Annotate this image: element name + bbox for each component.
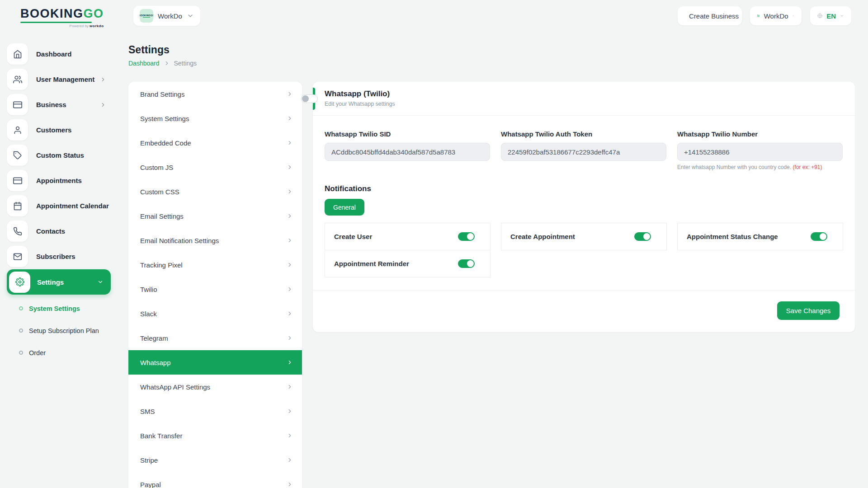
- sidebar-item-appointment-calendar[interactable]: Appointment Calendar: [7, 195, 111, 216]
- settings-nav-custom-css[interactable]: Custom CSS: [128, 179, 302, 204]
- field-label: Whatsapp Twilio SID: [325, 130, 490, 138]
- card-title: Whatsapp (Twilio): [325, 89, 390, 99]
- settings-nav-custom-js[interactable]: Custom JS: [128, 155, 302, 179]
- credit-card-icon: [7, 94, 28, 115]
- settings-nav-panel: Brand Settings System Settings Embedded …: [128, 82, 302, 488]
- chevron-right-icon: [287, 213, 293, 219]
- language-code: EN: [826, 12, 836, 20]
- toggle-row-create-user: Create User: [325, 223, 491, 250]
- appointment-status-change-toggle[interactable]: [811, 232, 827, 241]
- breadcrumb-current: Settings: [174, 60, 197, 67]
- mail-icon: [7, 246, 28, 267]
- twilio-sid-input[interactable]: [325, 143, 490, 161]
- chevron-right-icon: [287, 359, 293, 366]
- chevron-right-icon: [287, 188, 293, 195]
- chevron-right-icon: [287, 237, 293, 244]
- gear-icon: [9, 272, 30, 293]
- notifications-title: Notifications: [325, 184, 371, 193]
- sidebar-item-label: Customers: [36, 126, 71, 134]
- workdo-menu-label: WorkDo: [764, 12, 788, 20]
- settings-nav-whatsapp-api-settings[interactable]: WhatsApp API Settings: [128, 375, 302, 399]
- app-logo[interactable]: BOOKINGGO Powered by workdo: [20, 7, 104, 28]
- appointment-reminder-toggle[interactable]: [458, 259, 475, 268]
- chevron-down-icon: [793, 13, 794, 19]
- settings-nav-tracking-pixel[interactable]: Tracking Pixel: [128, 253, 302, 277]
- sidebar-item-user-management[interactable]: User Management: [7, 69, 111, 90]
- sidebar-item-subscribers[interactable]: Subscribers: [7, 246, 111, 267]
- sidebar-item-label: Settings: [37, 278, 64, 286]
- settings-nav-stripe[interactable]: Stripe: [128, 448, 302, 472]
- sidebar-item-customers[interactable]: Customers: [7, 119, 111, 141]
- twilio-number-input[interactable]: [677, 143, 843, 161]
- settings-nav-slack[interactable]: Slack: [128, 301, 302, 326]
- sidebar: Dashboard User Management Business Custo…: [0, 32, 118, 488]
- calendar-icon: [7, 195, 28, 216]
- chevron-down-icon: [187, 12, 194, 19]
- grid-add-icon: [757, 12, 760, 20]
- general-tab-button[interactable]: General: [325, 199, 364, 216]
- whatsapp-module-toggle[interactable]: [301, 94, 318, 103]
- create-user-toggle[interactable]: [458, 232, 475, 241]
- toggle-knob: [820, 233, 826, 240]
- submenu-item-order[interactable]: Order: [19, 346, 118, 359]
- sidebar-item-custom-status[interactable]: Custom Status: [7, 145, 111, 166]
- settings-nav-whatsapp[interactable]: Whatsapp: [128, 350, 302, 375]
- workdo-apps-menu[interactable]: WorkDo: [750, 6, 802, 25]
- settings-submenu: System Settings Setup Subscription Plan …: [0, 302, 118, 359]
- notification-toggles: Create User Create Appointment Appointme…: [325, 223, 843, 278]
- settings-nav-bank-transfer[interactable]: Bank Transfer: [128, 423, 302, 448]
- settings-nav-brand-settings[interactable]: Brand Settings: [128, 82, 302, 106]
- sidebar-item-label: Custom Status: [36, 151, 84, 159]
- chevron-right-icon: [287, 457, 293, 463]
- workspace-selector[interactable]: BOOKINGGO WorkDo: [133, 6, 200, 26]
- sidebar-item-contacts[interactable]: Contacts: [7, 221, 111, 242]
- whatsapp-settings-card: Whatsapp (Twilio) Edit your Whatsapp set…: [313, 82, 855, 332]
- field-twilio-auth-token: Whatsapp Twilio Auth Token: [501, 130, 666, 170]
- toggle-row-appointment-status-change: Appointment Status Change: [677, 223, 843, 250]
- logo-underline: [20, 22, 92, 23]
- workspace-name: WorkDo: [158, 12, 182, 20]
- chevron-right-icon: [287, 286, 293, 292]
- chevron-right-icon: [287, 408, 293, 414]
- users-icon: [7, 69, 28, 90]
- toggle-knob: [467, 260, 474, 267]
- chevron-right-icon: [164, 60, 170, 66]
- logo-text: BOOKINGGO: [20, 7, 104, 21]
- field-label: Whatsapp Twilio Number: [677, 130, 843, 138]
- logo-powered-by: Powered by workdo: [20, 24, 104, 28]
- twilio-auth-token-input[interactable]: [501, 143, 666, 161]
- create-business-button[interactable]: Create Business: [678, 6, 742, 25]
- breadcrumb: Dashboard Settings: [128, 60, 197, 67]
- settings-nav-telegram[interactable]: Telegram: [128, 326, 302, 350]
- settings-nav-sms[interactable]: SMS: [128, 399, 302, 423]
- sidebar-item-business[interactable]: Business: [7, 94, 111, 115]
- language-selector[interactable]: EN: [810, 6, 851, 25]
- card-icon: [7, 170, 28, 191]
- globe-icon: [817, 12, 822, 20]
- save-changes-button[interactable]: Save Changes: [777, 301, 840, 320]
- sidebar-item-appointments[interactable]: Appointments: [7, 170, 111, 191]
- settings-nav-embedded-code[interactable]: Embedded Code: [128, 131, 302, 155]
- sidebar-item-label: Subscribers: [36, 253, 75, 260]
- settings-nav-email-settings[interactable]: Email Settings: [128, 204, 302, 228]
- submenu-item-system-settings[interactable]: System Settings: [19, 302, 118, 315]
- settings-nav-email-notification-settings[interactable]: Email Notification Settings: [128, 228, 302, 253]
- sidebar-item-settings[interactable]: Settings: [7, 269, 111, 295]
- create-business-label: Create Business: [689, 12, 739, 20]
- submenu-item-setup-subscription-plan[interactable]: Setup Subscription Plan: [19, 324, 118, 337]
- settings-nav-paypal[interactable]: Paypal: [128, 472, 302, 488]
- breadcrumb-dashboard-link[interactable]: Dashboard: [128, 60, 160, 67]
- sidebar-item-dashboard[interactable]: Dashboard: [7, 43, 111, 65]
- bullet-ring-icon: [19, 328, 23, 333]
- settings-nav-system-settings[interactable]: System Settings: [128, 106, 302, 131]
- settings-nav-twilio[interactable]: Twilio: [128, 277, 302, 301]
- chevron-right-icon: [287, 481, 293, 488]
- card-subtitle: Edit your Whatsapp settings: [325, 101, 395, 107]
- toggle-row-appointment-reminder: Appointment Reminder: [325, 250, 491, 277]
- bullet-ring-icon: [19, 306, 23, 310]
- home-icon: [7, 43, 28, 65]
- sidebar-item-label: Contacts: [36, 227, 65, 235]
- chevron-right-icon: [100, 102, 106, 108]
- create-appointment-toggle[interactable]: [634, 232, 651, 241]
- toggle-knob: [302, 95, 309, 102]
